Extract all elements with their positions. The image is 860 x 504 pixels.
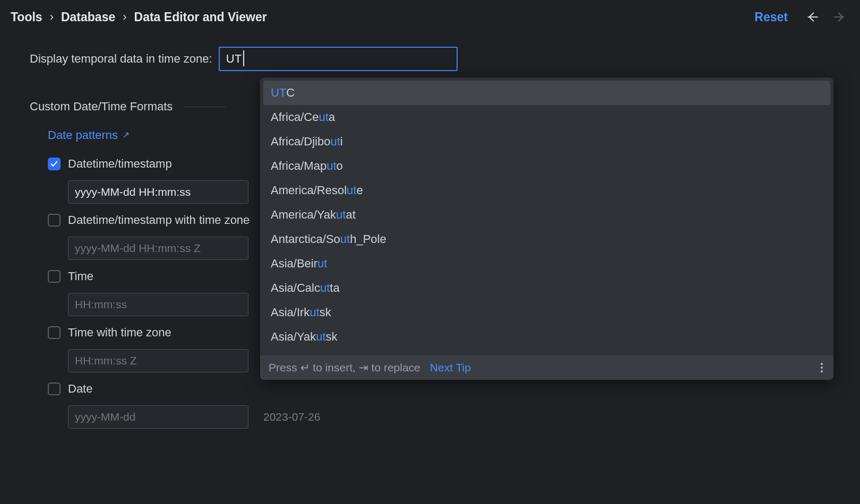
back-button[interactable]: [805, 10, 820, 24]
section-title: Custom Date/Time Formats: [30, 100, 173, 114]
tab-key-icon: ⇥: [359, 361, 368, 373]
format-label: Time with time zone: [68, 326, 171, 340]
footer-hint: Press ↵ to insert, ⇥ to replace: [269, 361, 420, 374]
autocomplete-item[interactable]: UTC: [263, 81, 830, 105]
format-input-date[interactable]: [68, 405, 248, 429]
link-label: Date patterns: [48, 128, 118, 142]
format-input-time_tz[interactable]: [68, 349, 248, 372]
format-example: 2023-07-26: [263, 411, 320, 423]
format-input-datetime_tz[interactable]: [68, 237, 248, 260]
autocomplete-item[interactable]: Africa/Djibouti: [263, 129, 830, 154]
nav-arrows: [805, 10, 847, 24]
autocomplete-item[interactable]: America/Resolute: [263, 178, 830, 203]
reset-button[interactable]: Reset: [754, 10, 788, 24]
breadcrumb-item-current: Data Editor and Viewer: [134, 10, 267, 24]
divider: [183, 107, 226, 107]
autocomplete-popup: UTCAfrica/CeutaAfrica/DjiboutiAfrica/Map…: [260, 77, 833, 380]
autocomplete-item[interactable]: Africa/Maputo: [263, 154, 830, 178]
autocomplete-item[interactable]: Asia/Irkutsk: [263, 300, 830, 325]
next-tip-link[interactable]: Next Tip: [430, 361, 471, 374]
breadcrumb-item-tools[interactable]: Tools: [11, 10, 42, 24]
timezone-field: [219, 47, 458, 71]
autocomplete-item[interactable]: Africa/Ceuta: [263, 105, 830, 129]
checkbox-datetime[interactable]: [48, 158, 61, 170]
date-patterns-link[interactable]: Date patterns ↗: [48, 128, 130, 142]
autocomplete-item[interactable]: Asia/Calcutta: [263, 276, 830, 300]
autocomplete-item[interactable]: Antarctica/South_Pole: [263, 227, 830, 251]
format-label: Time: [68, 270, 93, 283]
format-label: Date: [68, 382, 92, 396]
external-link-icon: ↗: [122, 131, 130, 140]
more-icon[interactable]: [819, 361, 825, 375]
checkbox-datetime_tz[interactable]: [48, 214, 61, 227]
text-caret: [243, 50, 244, 66]
format-input-time[interactable]: [68, 293, 248, 316]
forward-button: [832, 10, 847, 24]
checkbox-time_tz[interactable]: [48, 326, 61, 339]
chevron-right-icon: ›: [123, 10, 126, 24]
checkbox-date[interactable]: [48, 383, 61, 395]
chevron-right-icon: ›: [50, 10, 54, 24]
format-head: Date: [48, 382, 830, 396]
autocomplete-item[interactable]: America/Yakutat: [263, 203, 830, 227]
format-input-datetime[interactable]: [68, 180, 248, 204]
autocomplete-list: UTCAfrica/CeutaAfrica/DjiboutiAfrica/Map…: [260, 77, 833, 355]
breadcrumb: Tools › Database › Data Editor and Viewe…: [11, 10, 750, 24]
autocomplete-item[interactable]: Atlantic/South_Georgia: [263, 349, 830, 355]
breadcrumb-item-database[interactable]: Database: [61, 10, 115, 24]
format-label: Datetime/timestamp with time zone: [68, 213, 250, 227]
autocomplete-item[interactable]: Asia/Beirut: [263, 251, 830, 276]
format-label: Datetime/timestamp: [68, 157, 172, 171]
enter-key-icon: ↵: [300, 361, 310, 373]
checkbox-time[interactable]: [48, 270, 61, 283]
header-bar: Tools › Database › Data Editor and Viewe…: [0, 0, 860, 34]
timezone-row: Display temporal data in time zone:: [30, 47, 830, 71]
timezone-label: Display temporal data in time zone:: [30, 52, 212, 66]
autocomplete-footer: Press ↵ to insert, ⇥ to replace Next Tip: [260, 355, 833, 380]
timezone-input[interactable]: [219, 47, 458, 71]
autocomplete-item[interactable]: Asia/Yakutsk: [263, 325, 830, 349]
format-body: 2023-07-26: [48, 405, 830, 429]
format-block-date: Date2023-07-26: [48, 382, 830, 429]
